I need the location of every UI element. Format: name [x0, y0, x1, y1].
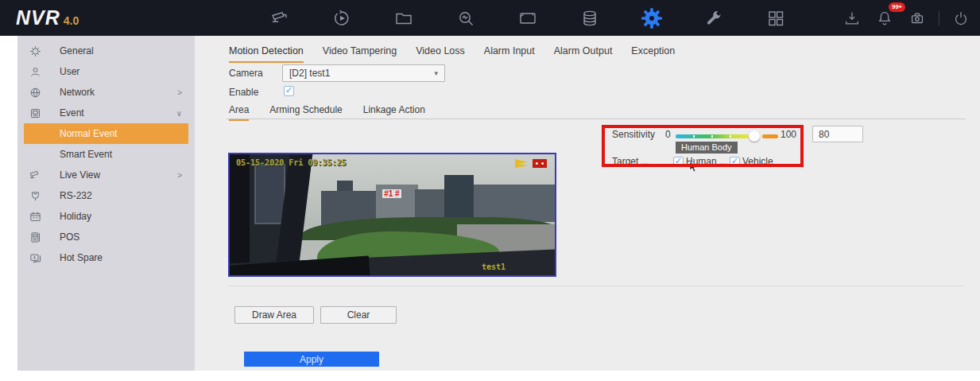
sidebar-item-normal-event[interactable]: Normal Event	[24, 123, 188, 144]
storage-icon[interactable]	[579, 7, 601, 29]
alarm-center: 99+	[873, 7, 896, 29]
user-icon	[28, 64, 42, 79]
camera-select-value: [D2] test1	[289, 68, 330, 79]
video-building	[474, 185, 555, 222]
database-icon	[580, 9, 599, 28]
grid-icon	[766, 9, 785, 28]
osd-channel-overlay: #1 #	[382, 189, 401, 198]
target-vehicle-label: Vehicle	[742, 156, 773, 167]
sidebar-item-rs232[interactable]: RS-232	[24, 185, 188, 206]
sidebar-item-general[interactable]: General	[24, 41, 188, 61]
osd-timestamp: 05-15-2020 Fri 09:35:25	[236, 158, 346, 167]
download-arrow-icon	[843, 10, 861, 27]
sensitivity-label: Sensitivity	[612, 129, 655, 140]
app-logo: NVR4.0	[16, 6, 79, 29]
display-icon[interactable]	[517, 7, 539, 29]
sensitivity-slider-track[interactable]	[676, 134, 749, 138]
tab-alarm-input[interactable]: Alarm Input	[484, 45, 535, 63]
logo-version: 4.0	[64, 14, 79, 27]
mouse-cursor-icon	[689, 161, 699, 177]
subtabs-divider	[227, 119, 966, 119]
power-symbol-icon	[952, 10, 970, 27]
clear-button[interactable]: Clear	[320, 306, 397, 324]
smart-search-icon[interactable]	[455, 7, 477, 29]
main-content: Motion Detection Video Tampering Video L…	[195, 36, 980, 371]
sidebar-item-label: Network	[60, 87, 95, 98]
cctv-camera-icon	[28, 168, 42, 182]
bell-icon	[876, 10, 893, 27]
chevron-down-icon: ∨	[176, 109, 188, 118]
sidebar-item-user[interactable]: User	[24, 61, 188, 82]
maintenance-icon[interactable]	[703, 7, 725, 29]
video-preview-canvas[interactable]: 05-15-2020 Fri 09:35:25 #1 # test1	[228, 153, 556, 277]
sidebar-item-network[interactable]: Network >	[24, 82, 188, 103]
monitor-icon	[517, 9, 538, 28]
power-icon[interactable]	[950, 7, 972, 29]
sidebar-item-live-view[interactable]: Live View >	[24, 165, 188, 185]
slider-tooltip: Human Body	[676, 142, 738, 154]
gear-outline-icon	[28, 44, 42, 58]
apply-button[interactable]: Apply	[244, 352, 379, 367]
target-vehicle-checkbox[interactable]	[730, 157, 740, 167]
chevron-right-icon: >	[177, 171, 188, 180]
target-label: Target ...	[612, 156, 649, 167]
logo-text: NVR	[16, 6, 60, 29]
tab-exception[interactable]: Exception	[631, 45, 675, 63]
alarm-count-badge: 99+	[889, 2, 905, 13]
tab-video-loss[interactable]: Video Loss	[416, 45, 465, 63]
dome-camera-icon	[908, 10, 926, 27]
sidebar-item-label: POS	[60, 231, 79, 243]
layout-icon[interactable]	[765, 7, 787, 29]
sidebar-item-event[interactable]: Event ∨	[24, 103, 188, 123]
pos-terminal-icon	[28, 230, 42, 244]
cctv-camera-icon	[269, 9, 290, 28]
sidebar-item-smart-event[interactable]: Smart Event	[24, 144, 188, 165]
download-icon[interactable]	[841, 7, 863, 29]
sidebar-item-label: Hot Spare	[60, 252, 103, 263]
sidebar: General User Network > Event ∨ Normal Ev…	[17, 36, 195, 371]
chevron-right-icon: >	[177, 88, 188, 97]
sidebar-item-label: Smart Event	[60, 149, 112, 160]
playback-icon[interactable]	[331, 7, 353, 29]
sidebar-item-hot-spare[interactable]: Hot Spare	[24, 247, 188, 268]
tab-alarm-output[interactable]: Alarm Output	[554, 45, 613, 63]
system-configuration-icon[interactable]	[641, 7, 663, 29]
sidebar-item-label: RS-232	[60, 190, 92, 201]
sidebar-item-label: Event	[60, 107, 84, 119]
calendar-icon	[28, 209, 42, 224]
sidebar-item-pos[interactable]: POS	[24, 227, 188, 247]
wrench-icon	[704, 9, 723, 28]
event-note-icon	[28, 106, 42, 120]
gear-icon	[641, 7, 663, 29]
sidebar-item-label: Normal Event	[60, 128, 118, 139]
hot-spare-monitor-icon	[28, 251, 42, 265]
sidebar-item-holiday[interactable]: Holiday	[24, 206, 188, 227]
video-window-frame	[230, 154, 250, 275]
enable-checkbox[interactable]	[284, 86, 294, 96]
nvr-screen: NVR4.0	[0, 0, 980, 381]
sensitivity-max: 100	[781, 129, 796, 140]
camera-select[interactable]: [D2] test1 ▾	[282, 64, 445, 82]
enable-label: Enable	[229, 87, 258, 98]
live-view-icon[interactable]	[269, 7, 291, 29]
tab-video-tampering[interactable]: Video Tampering	[323, 45, 397, 63]
target-human-checkbox[interactable]	[673, 157, 684, 167]
search-icon	[456, 9, 475, 28]
topbar: NVR4.0	[0, 0, 980, 36]
sensitivity-slider-handle[interactable]	[749, 130, 760, 142]
sidebar-item-label: General	[60, 45, 94, 56]
camera-label: Camera	[229, 68, 263, 79]
folder-icon	[394, 9, 413, 28]
sidebar-item-label: User	[60, 66, 79, 77]
chevron-down-icon: ▾	[434, 69, 438, 77]
sensitivity-value-input[interactable]	[812, 126, 863, 142]
event-type-tabs: Motion Detection Video Tampering Video L…	[229, 45, 675, 63]
archive-icon[interactable]	[906, 7, 928, 29]
draw-area-button[interactable]: Draw Area	[234, 306, 314, 324]
sensitivity-min: 0	[665, 129, 671, 140]
tab-motion-detection[interactable]: Motion Detection	[229, 45, 304, 63]
playback-circle-icon	[332, 9, 351, 28]
file-management-icon[interactable]	[393, 7, 415, 29]
sensitivity-slider-remainder[interactable]	[762, 134, 778, 138]
sidebar-item-label: Holiday	[60, 211, 91, 222]
